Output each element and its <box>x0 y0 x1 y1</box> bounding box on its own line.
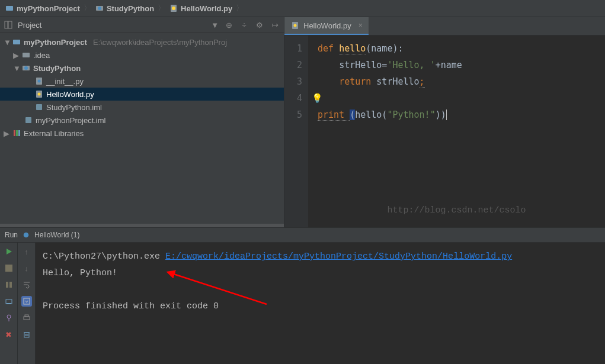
trash-icon[interactable] <box>21 329 32 340</box>
code-line: print (hello("Python!")) <box>318 107 605 123</box>
line-gutter: 1 2 3 4 5 <box>284 36 308 227</box>
pause-icon[interactable] <box>4 279 14 290</box>
tree-study-folder[interactable]: ▼ StudyPython <box>0 62 284 75</box>
project-panel: Project ▼ ⊕ ÷ ⚙ ↦ ▼ myPythonProject E:\c… <box>0 17 284 227</box>
svg-rect-32 <box>24 317 30 320</box>
svg-rect-17 <box>14 130 15 136</box>
svg-rect-18 <box>16 130 18 136</box>
editor-panel: HelloWorld.py × 1 2 3 4 5 def hello(name… <box>284 17 605 227</box>
breadcrumb-project[interactable]: myPythonProject <box>5 4 80 13</box>
chevron-right-icon: 〉 <box>84 3 91 14</box>
chevron-right-icon: 〉 <box>158 3 165 14</box>
svg-point-10 <box>24 66 28 70</box>
rerun-icon[interactable] <box>4 246 14 257</box>
close-icon[interactable]: ✖ <box>4 329 14 340</box>
run-panel: Run HelloWorld (1) ✖ ↑ ↓ <box>0 227 605 364</box>
svg-marker-23 <box>7 249 12 255</box>
breadcrumb: myPythonProject 〉 StudyPython 〉 HelloWor… <box>0 0 605 17</box>
gear-icon[interactable]: ⚙ <box>254 20 265 30</box>
python-folder-icon <box>95 4 104 13</box>
target-icon[interactable]: ⊕ <box>223 20 234 30</box>
scroll-end-icon[interactable] <box>21 296 32 307</box>
tree-item-label: StudyPython <box>33 64 81 73</box>
run-toolbar: ✖ <box>0 243 18 364</box>
layout-icon[interactable] <box>4 20 13 30</box>
tree-item-label: __init__.py <box>46 77 84 86</box>
hide-icon[interactable]: ↦ <box>270 20 280 30</box>
tab-label: HelloWorld.py <box>303 21 351 30</box>
svg-rect-26 <box>9 282 12 288</box>
python-folder-icon <box>21 63 31 73</box>
tree-root-path: E:\cwqwork\ideaProjects\myPythonProj <box>93 38 227 47</box>
tree-item-label: myPythonProject.iml <box>36 116 105 125</box>
module-icon <box>34 102 44 112</box>
down-icon[interactable]: ↓ <box>21 263 32 273</box>
tree-item-label: StudyPython.iml <box>46 103 102 112</box>
stop-icon[interactable] <box>4 263 14 273</box>
bulb-icon[interactable]: 💡 <box>312 90 323 107</box>
code-area[interactable]: def hello(name): strHello='Hello, '+name… <box>308 36 605 227</box>
console-line: Hello, Python! <box>43 265 598 282</box>
print-icon[interactable] <box>21 313 32 323</box>
python-file-icon <box>21 230 31 240</box>
softwrap-icon[interactable] <box>21 279 32 290</box>
console-output[interactable]: C:\Python27\python.exe E:/cwqwork/ideaPr… <box>36 243 605 364</box>
svg-rect-33 <box>25 315 28 317</box>
panel-title[interactable]: Project <box>18 21 41 30</box>
svg-point-22 <box>24 233 29 238</box>
tree-root[interactable]: ▼ myPythonProject E:\cwqwork\ideaProject… <box>0 36 284 49</box>
editor-tab-helloworld[interactable]: HelloWorld.py × <box>284 17 369 35</box>
pin-icon[interactable] <box>4 313 14 323</box>
arrow-down-icon[interactable]: ▼ <box>13 64 19 73</box>
folder-icon <box>12 37 21 47</box>
svg-point-21 <box>294 24 297 27</box>
code-line: return strHello; <box>318 73 605 90</box>
editor-tabs: HelloWorld.py × <box>284 17 605 36</box>
python-file-icon <box>34 76 44 86</box>
close-icon[interactable]: × <box>358 21 363 30</box>
svg-rect-8 <box>23 53 30 57</box>
tree-init-file[interactable]: __init__.py <box>0 75 284 88</box>
project-tree[interactable]: ▼ myPythonProject E:\cwqwork\ideaProject… <box>0 33 284 224</box>
svg-rect-27 <box>6 299 12 304</box>
code-line: def hello(name): <box>318 40 605 57</box>
console-line: Process finished with exit code 0 <box>43 298 598 315</box>
run-inner-toolbar: ↑ ↓ <box>18 243 36 364</box>
svg-rect-24 <box>5 265 12 272</box>
dump-icon[interactable] <box>4 296 14 307</box>
tree-external-libraries[interactable]: ▶ External Libraries <box>0 127 284 140</box>
collapse-icon[interactable]: ÷ <box>239 20 249 30</box>
dropdown-arrow-icon[interactable]: ▼ <box>211 21 219 30</box>
svg-point-2 <box>98 7 101 10</box>
tree-iml-study[interactable]: StudyPython.iml <box>0 101 284 114</box>
svg-point-29 <box>7 315 11 318</box>
folder-icon <box>5 4 14 13</box>
python-file-icon <box>169 4 178 13</box>
run-config-name: HelloWorld (1) <box>34 231 79 239</box>
svg-rect-5 <box>5 21 8 28</box>
svg-rect-15 <box>36 104 42 110</box>
arrow-right-icon[interactable]: ▶ <box>4 129 9 138</box>
svg-rect-31 <box>24 298 30 304</box>
svg-rect-0 <box>6 6 13 11</box>
tree-iml-project[interactable]: myPythonProject.iml <box>0 114 284 127</box>
console-line: C:\Python27\python.exe E:/cwqwork/ideaPr… <box>43 249 598 265</box>
code-editor[interactable]: 1 2 3 4 5 def hello(name): strHello='Hel… <box>284 36 605 227</box>
console-path-link[interactable]: E:/cwqwork/ideaProjects/myPythonProject/… <box>165 252 512 262</box>
arrow-right-icon[interactable]: ▶ <box>13 51 19 60</box>
tree-item-label: External Libraries <box>24 129 84 138</box>
up-icon[interactable]: ↑ <box>21 246 32 257</box>
tree-hello-file[interactable]: HelloWorld.py <box>0 88 284 101</box>
breadcrumb-folder[interactable]: StudyPython <box>95 4 154 13</box>
svg-rect-7 <box>13 40 20 44</box>
tree-item-label: HelloWorld.py <box>46 90 94 99</box>
run-panel-header[interactable]: Run HelloWorld (1) <box>0 228 605 243</box>
tree-root-label: myPythonProject <box>24 38 87 47</box>
breadcrumb-file[interactable]: HelloWorld.py <box>169 4 232 13</box>
code-line: 💡 <box>318 90 605 107</box>
svg-rect-6 <box>8 21 12 28</box>
svg-rect-16 <box>25 117 31 123</box>
arrow-down-icon[interactable]: ▼ <box>4 38 9 47</box>
tree-idea-folder[interactable]: ▶ .idea <box>0 49 284 62</box>
code-line: strHello='Hello, '+name <box>318 57 605 73</box>
